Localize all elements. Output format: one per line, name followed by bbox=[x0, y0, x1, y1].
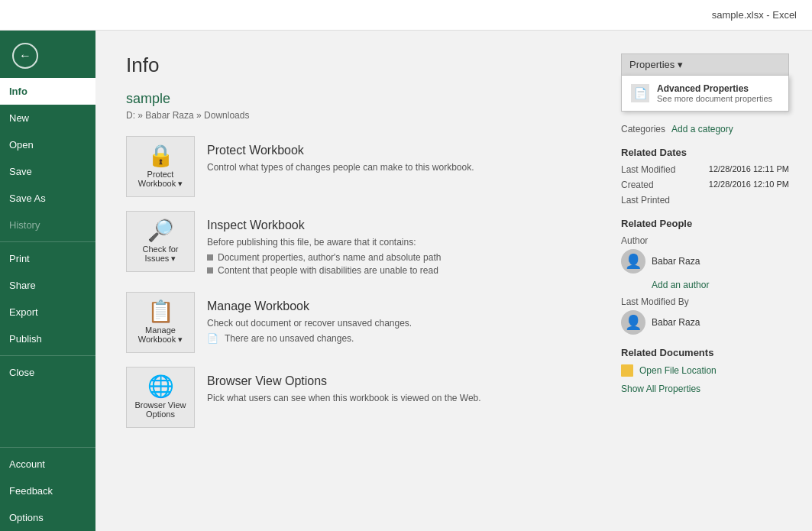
back-circle-icon: ← bbox=[12, 43, 38, 69]
sidebar-item-print[interactable]: Print bbox=[0, 245, 95, 272]
advanced-props-desc: See more document properties bbox=[657, 94, 772, 103]
inspect-bullets: Document properties, author's name and a… bbox=[207, 252, 586, 276]
browser-icon: 🌐 bbox=[147, 376, 174, 397]
advanced-props-icon: 📄 bbox=[631, 84, 649, 102]
categories-row: Categories Add a category bbox=[621, 124, 789, 134]
last-modified-label: Last Modified bbox=[621, 164, 675, 175]
browser-icon-box[interactable]: 🌐 Browser ViewOptions bbox=[126, 367, 195, 428]
main-layout: ← Info New Open Save Save As History Pri… bbox=[0, 31, 812, 531]
inspect-content: Inspect Workbook Before publishing this … bbox=[195, 211, 598, 286]
show-all-properties-link[interactable]: Show All Properties bbox=[621, 384, 700, 394]
title-bar: sample.xlsx - Excel bbox=[0, 0, 812, 31]
author-avatar: 👤 bbox=[621, 249, 645, 274]
sidebar-item-account[interactable]: Account bbox=[0, 451, 95, 478]
protect-section: 🔒 ProtectWorkbook ▾ Protect Workbook Con… bbox=[126, 136, 598, 205]
sidebar-item-close[interactable]: Close bbox=[0, 359, 95, 386]
properties-dropdown: 📄 Advanced Properties See more document … bbox=[621, 75, 789, 112]
last-modified-by-avatar: 👤 bbox=[621, 310, 645, 335]
browser-section: 🌐 Browser ViewOptions Browser View Optio… bbox=[126, 367, 598, 435]
manage-icon: 📋 bbox=[147, 301, 174, 322]
open-file-link[interactable]: Open File Location bbox=[639, 365, 717, 376]
created-row: Created 12/28/2016 12:10 PM bbox=[621, 180, 789, 190]
sidebar-divider-2 bbox=[0, 355, 95, 356]
created-label: Created bbox=[621, 180, 654, 190]
sidebar-item-new[interactable]: New bbox=[0, 105, 95, 131]
author-label: Author bbox=[621, 235, 789, 246]
related-people-title: Related People bbox=[621, 218, 789, 229]
add-category-link[interactable]: Add a category bbox=[671, 124, 733, 134]
sidebar: ← Info New Open Save Save As History Pri… bbox=[0, 31, 95, 531]
browser-content: Browser View Options Pick what users can… bbox=[195, 367, 598, 416]
last-modified-by-name: Babar Raza bbox=[652, 317, 700, 328]
browser-icon-label: Browser ViewOptions bbox=[134, 400, 186, 419]
sidebar-divider-1 bbox=[0, 241, 95, 242]
sidebar-item-feedback[interactable]: Feedback bbox=[0, 478, 95, 504]
file-name: sample bbox=[126, 91, 598, 107]
protect-desc: Control what types of changes people can… bbox=[207, 162, 586, 173]
sidebar-item-save[interactable]: Save bbox=[0, 158, 95, 185]
content-left: Info sample D: » Babar Raza » Downloads … bbox=[126, 53, 598, 516]
manage-note: 📄 There are no unsaved changes. bbox=[207, 333, 586, 344]
manage-title: Manage Workbook bbox=[207, 299, 586, 313]
last-printed-row: Last Printed bbox=[621, 195, 789, 206]
sidebar-item-info[interactable]: Info bbox=[0, 78, 95, 105]
sidebar-item-open[interactable]: Open bbox=[0, 131, 95, 158]
inspect-icon: 🔎 bbox=[147, 220, 174, 241]
sidebar-item-share[interactable]: Share bbox=[0, 272, 95, 299]
back-button[interactable]: ← bbox=[6, 37, 44, 75]
manage-desc: Check out document or recover unsaved ch… bbox=[207, 318, 586, 329]
manage-note-icon: 📄 bbox=[207, 333, 218, 344]
content-area: Info sample D: » Babar Raza » Downloads … bbox=[95, 31, 812, 531]
inspect-icon-label: Check forIssues ▾ bbox=[142, 244, 178, 264]
sidebar-divider-3 bbox=[0, 447, 95, 448]
manage-icon-box[interactable]: 📋 ManageWorkbook ▾ bbox=[126, 292, 195, 353]
last-printed-label: Last Printed bbox=[621, 195, 670, 206]
advanced-props-text: Advanced Properties See more document pr… bbox=[657, 83, 772, 103]
related-dates-title: Related Dates bbox=[621, 147, 789, 158]
protect-icon-box[interactable]: 🔒 ProtectWorkbook ▾ bbox=[126, 136, 195, 197]
open-file-row: Open File Location bbox=[621, 364, 789, 377]
inspect-icon-box[interactable]: 🔎 Check forIssues ▾ bbox=[126, 211, 195, 272]
last-modified-row: Last Modified 12/28/2016 12:11 PM bbox=[621, 164, 789, 175]
properties-label: Properties ▾ bbox=[629, 59, 683, 70]
inspect-desc: Before publishing this file, be aware th… bbox=[207, 237, 586, 248]
related-people-section: Related People Author 👤 Babar Raza Add a… bbox=[621, 218, 789, 335]
manage-icon-label: ManageWorkbook ▾ bbox=[138, 325, 183, 345]
sidebar-bottom: Account Feedback Options bbox=[0, 444, 95, 531]
sidebar-item-export[interactable]: Export bbox=[0, 299, 95, 325]
page-title: Info bbox=[126, 53, 598, 77]
manage-content: Manage Workbook Check out document or re… bbox=[195, 292, 598, 351]
related-docs-title: Related Documents bbox=[621, 347, 789, 358]
protect-content: Protect Workbook Control what types of c… bbox=[195, 136, 598, 185]
protect-title: Protect Workbook bbox=[207, 144, 586, 157]
protect-icon-label: ProtectWorkbook ▾ bbox=[138, 170, 183, 189]
last-modified-by-row: 👤 Babar Raza bbox=[621, 310, 789, 335]
categories-section: Categories Add a category bbox=[621, 124, 789, 134]
title-bar-label: sample.xlsx - Excel bbox=[712, 9, 797, 21]
sidebar-item-saveas[interactable]: Save As bbox=[0, 185, 95, 212]
categories-label: Categories bbox=[621, 124, 665, 134]
author-row: 👤 Babar Raza bbox=[621, 249, 789, 274]
bullet-square-1 bbox=[207, 254, 213, 261]
sidebar-item-options[interactable]: Options bbox=[0, 504, 95, 531]
sidebar-item-publish[interactable]: Publish bbox=[0, 325, 95, 352]
inspect-bullet-2: Content that people with disabilities ar… bbox=[207, 265, 586, 276]
inspect-bullet-1: Document properties, author's name and a… bbox=[207, 252, 586, 263]
author-name: Babar Raza bbox=[652, 256, 700, 267]
advanced-props-title: Advanced Properties bbox=[657, 83, 772, 94]
add-author-link[interactable]: Add an author bbox=[652, 280, 789, 290]
inspect-title: Inspect Workbook bbox=[207, 219, 586, 232]
related-docs-section: Related Documents Open File Location Sho… bbox=[621, 347, 789, 395]
advanced-properties-item[interactable]: 📄 Advanced Properties See more document … bbox=[622, 76, 788, 111]
inspect-section: 🔎 Check forIssues ▾ Inspect Workbook Bef… bbox=[126, 211, 598, 286]
lock-icon: 🔒 bbox=[147, 145, 174, 167]
properties-header[interactable]: Properties ▾ bbox=[621, 53, 789, 76]
properties-panel: Properties ▾ 📄 Advanced Properties See m… bbox=[621, 53, 789, 516]
created-value: 12/28/2016 12:10 PM bbox=[709, 180, 789, 190]
bullet-square-2 bbox=[207, 267, 213, 274]
manage-section: 📋 ManageWorkbook ▾ Manage Workbook Check… bbox=[126, 292, 598, 361]
browser-title: Browser View Options bbox=[207, 374, 586, 388]
file-path: D: » Babar Raza » Downloads bbox=[126, 110, 598, 121]
browser-desc: Pick what users can see when this workbo… bbox=[207, 393, 586, 403]
last-modified-value: 12/28/2016 12:11 PM bbox=[709, 164, 789, 175]
